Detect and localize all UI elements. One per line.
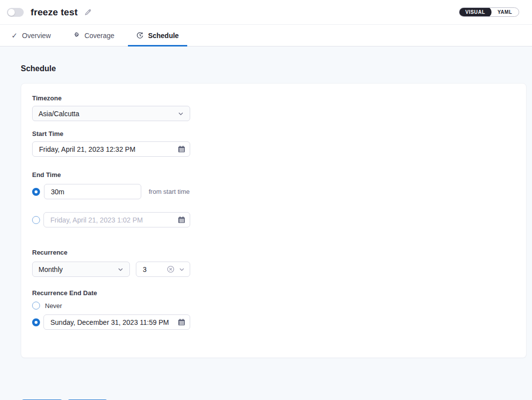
start-time-input-wrap [32,141,190,157]
timezone-value: Asia/Calcutta [39,110,79,118]
never-label: Never [45,302,62,310]
visual-yaml-switch: VISUAL YAML [459,7,519,17]
edit-title-pencil-icon[interactable] [84,8,92,16]
chevron-down-icon[interactable] [179,267,185,272]
recurrence-label: Recurrence [32,249,526,256]
section-heading: Schedule [21,64,532,73]
schedule-form-card: Timezone Asia/Calcutta Start Time [21,83,527,358]
tab-coverage[interactable]: Coverage [64,25,123,46]
tab-bar: ✓ Overview Coverage Schedule [0,25,532,46]
duration-input-wrap [44,184,141,199]
tab-overview-label: Overview [22,32,51,40]
title-bar: freeze test VISUAL YAML [0,0,532,25]
recurrence-row: Monthly [32,262,526,277]
tab-coverage-label: Coverage [84,32,115,40]
calendar-icon[interactable] [178,145,185,153]
circle-x-clear-icon[interactable] [167,266,174,273]
recurrence-field-group: Recurrence Monthly [32,249,526,277]
timezone-field-group: Timezone Asia/Calcutta [32,94,526,121]
page-title: freeze test [31,7,78,18]
recurrence-end-date-radio[interactable] [32,318,40,326]
freeze-enable-toggle[interactable] [7,8,24,17]
check-icon: ✓ [11,31,18,40]
tab-schedule[interactable]: Schedule [128,25,187,46]
timezone-label: Timezone [32,94,526,102]
schedule-clock-icon [136,32,144,39]
recurrence-end-date-input[interactable] [44,315,178,329]
recurrence-end-field-group: Recurrence End Date Never [32,289,526,330]
toggle-knob [8,9,15,16]
start-time-label: Start Time [32,130,526,137]
yaml-toggle-button[interactable]: YAML [491,7,519,17]
tab-overview[interactable]: ✓ Overview [3,25,59,46]
end-time-label: End Time [32,171,526,178]
recurrence-count-combobox[interactable] [136,262,190,277]
end-time-duration-row: from start time [32,184,526,199]
end-time-duration-radio[interactable] [32,188,40,196]
end-date-input-wrap [43,212,190,227]
recurrence-type-value: Monthly [39,266,63,273]
never-radio[interactable] [32,302,40,310]
recurrence-count-input[interactable] [136,262,167,276]
tab-schedule-label: Schedule [148,32,179,40]
never-option-row: Never [32,302,526,310]
end-date-input[interactable] [44,213,178,227]
timezone-select[interactable]: Asia/Calcutta [32,106,190,121]
chevron-down-icon [118,267,123,272]
start-time-field-group: Start Time [32,130,526,157]
start-time-input[interactable] [33,142,178,156]
schedule-panel: Schedule Timezone Asia/Calcutta Start Ti… [0,46,532,400]
visual-toggle-button[interactable]: VISUAL [459,7,491,17]
calendar-icon[interactable] [178,318,185,326]
recurrence-type-select[interactable]: Monthly [32,262,130,277]
gear-icon [73,32,80,39]
recurrence-end-date-input-wrap [43,314,190,330]
end-time-date-row [32,212,526,227]
chevron-down-icon [178,111,184,117]
end-time-field-group: End Time from start time [32,171,526,227]
duration-input[interactable] [44,184,141,199]
from-start-time-hint: from start time [149,188,190,195]
calendar-icon[interactable] [178,216,185,223]
end-time-date-radio[interactable] [32,216,40,224]
recurrence-end-date-row [32,314,526,330]
recurrence-end-label: Recurrence End Date [32,289,526,297]
